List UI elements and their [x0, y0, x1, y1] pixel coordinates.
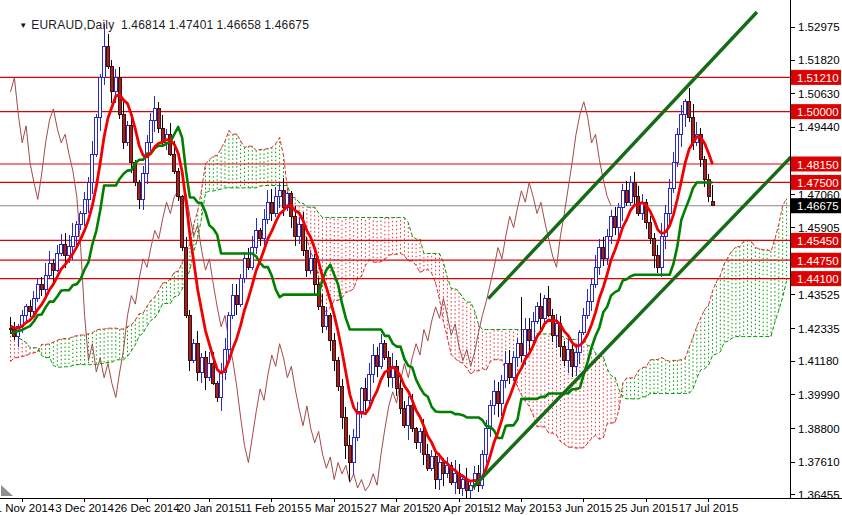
candle: [220, 372, 223, 397]
candle: [621, 191, 624, 208]
candle: [625, 191, 628, 202]
price-chart-canvas[interactable]: 1.529751.518201.506301.494401.470601.459…: [0, 0, 842, 515]
candle: [649, 222, 652, 239]
price-tick-label: 1.37610: [798, 456, 840, 468]
candle: [703, 160, 706, 180]
candle: [512, 358, 515, 378]
candle: [524, 330, 527, 355]
candle: [497, 392, 500, 403]
candle: [356, 412, 359, 437]
candle: [114, 78, 117, 92]
candle: [504, 364, 507, 381]
price-tick-label: 1.51820: [798, 54, 840, 66]
price-tick-label: 1.41180: [798, 355, 839, 367]
candle: [383, 344, 386, 358]
candle: [99, 78, 102, 118]
candle: [153, 109, 156, 120]
candle: [676, 134, 679, 162]
candle: [25, 307, 28, 315]
candle: [325, 315, 328, 326]
candle: [543, 298, 546, 318]
candle: [341, 386, 344, 417]
candle: [126, 126, 129, 143]
candle: [79, 214, 82, 225]
price-level-badge: 1.51210: [791, 70, 841, 85]
candle: [344, 417, 347, 445]
svg-text:1.44750: 1.44750: [797, 255, 839, 267]
close-value: 1.46675: [264, 18, 309, 32]
candle: [196, 344, 199, 372]
candle: [298, 225, 301, 236]
candle: [563, 347, 566, 361]
candle: [582, 315, 585, 332]
price-level-badge: 1.50000: [791, 104, 841, 119]
candle: [274, 197, 277, 214]
candle: [567, 349, 570, 360]
candle: [95, 117, 98, 154]
candle: [493, 392, 496, 406]
svg-text:1.44100: 1.44100: [797, 273, 839, 285]
candle: [594, 267, 597, 284]
svg-text:1.51210: 1.51210: [797, 72, 839, 84]
candle: [9, 328, 12, 329]
candle: [617, 208, 620, 228]
candle: [68, 246, 71, 256]
candle: [278, 191, 281, 197]
candle: [610, 216, 613, 236]
candle: [138, 182, 141, 199]
candle: [442, 463, 445, 474]
candle: [235, 296, 238, 304]
candle: [32, 298, 35, 311]
candle: [208, 364, 211, 378]
candle: [539, 307, 542, 318]
candle: [680, 114, 683, 134]
candle: [185, 247, 188, 315]
candle: [83, 199, 86, 213]
svg-text:1.46675: 1.46675: [797, 200, 839, 212]
candle: [313, 259, 316, 284]
candle: [500, 380, 503, 403]
date-tick-label: 20 Jan 2015: [178, 502, 241, 514]
candle: [598, 247, 601, 267]
candle: [528, 330, 531, 341]
candle: [399, 389, 402, 409]
candle: [688, 102, 691, 118]
price-level-badge: 1.45450: [791, 233, 841, 248]
date-tick-label: 20 Apr 2015: [428, 502, 490, 514]
candle: [227, 315, 230, 349]
candle: [146, 143, 149, 174]
price-tick-label: 1.43525: [798, 289, 840, 301]
candle: [263, 219, 266, 239]
candle: [204, 358, 207, 378]
candle: [508, 364, 511, 378]
svg-text:1.48150: 1.48150: [797, 159, 839, 171]
candle: [75, 225, 78, 236]
candle: [212, 364, 215, 384]
chart-header: ▼EURAUD,Daily 1.468141.474011.466581.466…: [5, 4, 312, 46]
candle: [376, 355, 379, 366]
candle: [532, 321, 535, 341]
candle: [52, 263, 55, 270]
collapse-ohlc-icon[interactable]: ▼: [19, 21, 27, 30]
candle: [461, 480, 464, 488]
candle: [48, 263, 51, 276]
candle: [606, 236, 609, 259]
candle: [239, 279, 242, 304]
candle: [149, 120, 152, 143]
candle: [56, 253, 59, 270]
candle: [71, 236, 74, 246]
candle: [380, 344, 383, 367]
price-tick-label: 1.49440: [798, 121, 840, 133]
date-tick-label: 25 Jun 2015: [615, 502, 678, 514]
candle: [551, 315, 554, 335]
candle: [243, 259, 246, 279]
candle: [555, 324, 558, 335]
candle: [40, 284, 43, 290]
candle: [516, 344, 519, 358]
candle: [411, 406, 414, 429]
candle: [29, 307, 32, 311]
candle: [255, 231, 258, 248]
candle: [434, 457, 437, 480]
candle: [216, 383, 219, 397]
price-tick-label: 1.42335: [798, 323, 840, 335]
